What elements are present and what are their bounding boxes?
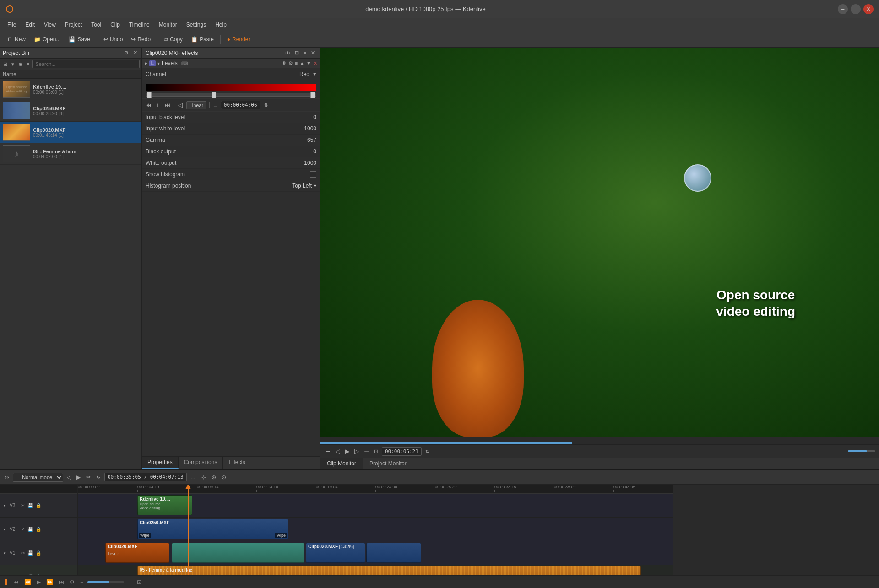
levels-eye-icon[interactable]: 👁 <box>282 60 287 66</box>
status-zoom-in-btn[interactable]: + <box>127 578 133 586</box>
monitor-to-end-icon[interactable]: ⊣ <box>363 447 370 456</box>
bin-item-audio[interactable]: ♪ 05 - Femme à la m 00:04:02:00 [1] <box>0 143 141 165</box>
clip-kdenlive-v3[interactable]: Kdenlive 19.... Open sourcevideo editing <box>137 495 192 515</box>
track-v1-lock-icon[interactable]: ✂ <box>21 550 25 556</box>
bin-close-icon[interactable]: ✕ <box>132 49 139 56</box>
timeline-snap-btn[interactable]: ⊹ <box>200 473 208 481</box>
undo-button[interactable]: ↩ Undo <box>100 35 127 44</box>
bin-list-view-button[interactable]: ≡ <box>25 60 31 68</box>
track-v2-lock-icon[interactable]: ✓ <box>21 526 25 532</box>
playback-start-icon[interactable]: ⏮ <box>145 101 152 109</box>
copy-button[interactable]: ⧉ Copy <box>160 35 186 44</box>
tab-clip-monitor[interactable]: Clip Monitor <box>320 458 363 469</box>
monitor-play-button[interactable]: ▶ <box>344 447 351 456</box>
playhead[interactable] <box>188 485 189 575</box>
minimize-button[interactable]: – <box>838 4 848 14</box>
track-v1-expand-icon[interactable]: ▾ <box>2 550 8 556</box>
timeline-marker-btn[interactable]: ⊛ <box>210 473 218 481</box>
menu-file[interactable]: File <box>4 21 20 29</box>
param-dropdown-histogram-pos[interactable]: Top Left ▾ <box>292 183 316 189</box>
menu-view[interactable]: View <box>40 21 60 29</box>
menu-settings[interactable]: Settings <box>183 21 210 29</box>
levels-expand-icon[interactable]: ▸ <box>145 60 147 66</box>
tab-properties[interactable]: Properties <box>142 457 179 469</box>
new-button[interactable]: 🗋 New <box>4 35 29 44</box>
track-v3-mute-icon[interactable]: 🔒 <box>35 502 42 508</box>
track-v3-expand-icon[interactable]: ▾ <box>2 502 8 509</box>
effects-close-icon[interactable]: ✕ <box>309 49 316 56</box>
clip-teal-v1[interactable] <box>172 543 304 563</box>
tab-compositions[interactable]: Compositions <box>179 457 223 469</box>
close-button[interactable]: ✕ <box>863 4 874 14</box>
clip-audio-a1[interactable]: 05 - Femme à la mer.flac <box>137 566 641 575</box>
bin-item-clip256[interactable]: Clip0256.MXF 00:00:28:20 [4] <box>0 100 141 122</box>
bin-grid-view-button[interactable]: ⊞ <box>2 60 9 68</box>
levels-black-handle[interactable] <box>147 92 152 98</box>
timeline-settings-icon[interactable]: ⇔ <box>3 473 11 481</box>
levels-up-icon[interactable]: ▲ <box>299 60 304 66</box>
bin-settings-icon[interactable]: ⚙ <box>123 49 130 56</box>
monitor-step-back-icon[interactable]: ◁ <box>334 447 341 456</box>
clip-clip256-v2[interactable]: Clip0256.MXF Wipe Wipe <box>137 519 288 539</box>
status-zoom-slider[interactable] <box>87 581 124 583</box>
timeline-more-btn[interactable]: … <box>189 473 198 481</box>
monitor-volume-slider[interactable] <box>848 450 875 452</box>
bin-add-button[interactable]: ⊕ <box>17 60 24 68</box>
param-checkbox-histogram[interactable] <box>310 171 316 178</box>
levels-list-icon[interactable]: ≡ <box>295 60 298 66</box>
monitor-to-start-icon[interactable]: ⊢ <box>324 447 331 456</box>
open-button[interactable]: 📁 Open... <box>30 35 64 44</box>
bin-item-clip020[interactable]: Clip0020.MXF 00:01:46:14 [1] <box>0 122 141 143</box>
timeline-play-button[interactable]: ▶ <box>75 473 82 481</box>
levels-delete-icon[interactable]: ✕ <box>313 60 317 66</box>
status-settings-btn[interactable]: ⚙ <box>68 578 76 586</box>
menu-help[interactable]: Help <box>212 21 230 29</box>
track-v2-expand-icon[interactable]: ▾ <box>2 526 8 533</box>
track-v3-lock-icon[interactable]: ✂ <box>21 502 25 508</box>
playback-arrow-left-icon[interactable]: ◁ <box>177 101 184 109</box>
menu-monitor[interactable]: Monitor <box>155 21 181 29</box>
timeline-loop-button[interactable]: ⤿ <box>94 473 103 481</box>
levels-chevron-icon[interactable]: ▾ <box>157 61 160 66</box>
track-v1-save-icon[interactable]: 💾 <box>27 550 33 556</box>
status-next-btn[interactable]: ⏭ <box>57 578 65 586</box>
levels-configure-icon[interactable]: ⚙ <box>288 60 293 66</box>
clip-blue2-v1[interactable] <box>366 543 421 563</box>
timeline-prev-button[interactable]: ◁ <box>65 473 73 481</box>
playback-end-icon[interactable]: ⏭ <box>163 101 171 109</box>
levels-slider-track[interactable] <box>146 93 316 97</box>
bin-chevron-down-icon[interactable]: ▾ <box>10 60 16 68</box>
render-button[interactable]: ● Render <box>223 35 254 44</box>
playback-mode-button[interactable]: Linear <box>186 101 207 109</box>
tab-project-monitor[interactable]: Project Monitor <box>363 458 413 469</box>
status-rewind-btn[interactable]: ⏪ <box>23 578 33 586</box>
timeline-tracks[interactable]: 00:00:00:00 00:00:04:19 00:00:09:14 00:0… <box>78 485 879 575</box>
clip-clip020b-v1[interactable]: Clip0020.MXF [131%] <box>306 543 365 563</box>
effects-settings-icon[interactable]: ⊞ <box>293 49 300 56</box>
redo-button[interactable]: ↪ Redo <box>127 35 154 44</box>
paste-button[interactable]: 📋 Paste <box>187 35 217 44</box>
menu-clip[interactable]: Clip <box>107 21 124 29</box>
status-forward-btn[interactable]: ⏩ <box>45 578 54 586</box>
monitor-up-icon[interactable]: ⇅ <box>424 448 430 455</box>
menu-edit[interactable]: Edit <box>22 21 38 29</box>
levels-mid-handle[interactable] <box>212 92 216 98</box>
levels-white-handle[interactable] <box>310 92 315 98</box>
track-v1-mute-icon[interactable]: 🔒 <box>35 550 42 556</box>
maximize-button[interactable]: □ <box>851 4 861 14</box>
playback-add-icon[interactable]: + <box>155 101 161 109</box>
status-fit-btn[interactable]: ⊡ <box>136 578 143 586</box>
menu-project[interactable]: Project <box>61 21 86 29</box>
timeline-target-btn[interactable]: ⊙ <box>220 473 228 481</box>
effects-eye-icon[interactable]: 👁 <box>284 50 292 56</box>
effects-menu-icon[interactable]: ≡ <box>302 50 308 56</box>
levels-down-icon[interactable]: ▼ <box>306 60 311 66</box>
tab-effects[interactable]: Effects <box>223 457 251 469</box>
monitor-step-forward-icon[interactable]: ▷ <box>353 447 360 456</box>
channel-dropdown-button[interactable]: ▾ <box>313 70 316 77</box>
playback-list-icon[interactable]: ≡ <box>212 101 218 109</box>
menu-tool[interactable]: Tool <box>87 21 105 29</box>
track-v2-mute-icon[interactable]: 🔒 <box>35 526 42 532</box>
monitor-timeline[interactable] <box>320 437 879 444</box>
menu-timeline[interactable]: Timeline <box>125 21 153 29</box>
